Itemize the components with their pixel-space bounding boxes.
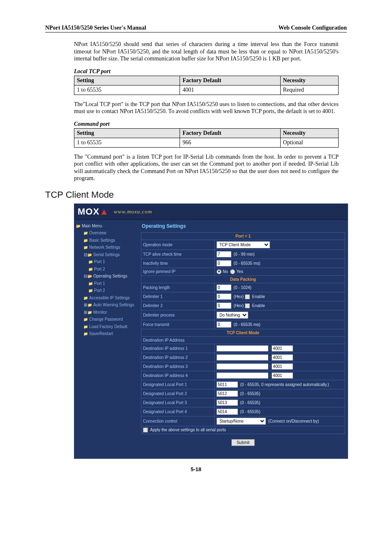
inactivity-time-input[interactable] — [217, 260, 231, 266]
hint-local1: (0 - 65535, 0 represents assigned automa… — [240, 382, 329, 387]
page-number: 5-18 — [45, 466, 347, 472]
force-transmit-input[interactable] — [217, 321, 231, 328]
hint-inactivity: (0 - 65535 ms) — [234, 261, 261, 266]
label-enable: Enable — [252, 294, 265, 299]
label-local-port-3: Designated Local Port 3 — [141, 398, 215, 407]
label-dest-ip-2: Destination IP address 2 — [141, 353, 215, 362]
delimiter-2-input[interactable] — [217, 303, 231, 309]
label-force-transmit: Force transmit — [141, 320, 215, 329]
cell-default: 966 — [180, 138, 280, 147]
label-dest-ip-1: Destination IP address 1 — [141, 344, 215, 353]
ignore-jammed-yes-radio[interactable] — [230, 269, 235, 274]
local-port-2-input[interactable] — [217, 391, 238, 397]
hint-localrest: (0 - 65535) — [240, 409, 261, 414]
delimiter-2-enable-checkbox[interactable] — [245, 303, 250, 308]
sidebar-item-save-restart[interactable]: Save/Restart — [76, 330, 137, 338]
sidebar-item-network-settings[interactable]: Network Settings — [76, 244, 137, 251]
sidebar-item-operating-port2[interactable]: Port 2 — [76, 287, 137, 294]
label-packing-length: Packing length — [141, 283, 215, 292]
ignore-jammed-no-radio[interactable] — [217, 269, 221, 274]
col-necessity: Necessity — [280, 128, 338, 138]
col-factory-default: Factory Default — [180, 76, 280, 85]
label-connection-control: Connection control — [141, 416, 215, 426]
packing-length-input[interactable] — [217, 284, 231, 291]
cell-default: 4001 — [180, 85, 280, 95]
local-port-4-input[interactable] — [217, 409, 238, 415]
sidebar-item-auto-warning[interactable]: ⊞Auto Warning Settings — [76, 301, 137, 309]
dest-port-4-input[interactable] — [272, 372, 293, 379]
main-panel-title: Operating Settings — [142, 223, 345, 229]
table-row: 1 to 65535 4001 Required — [74, 85, 339, 95]
sidebar-item-serial-port2[interactable]: Port 2 — [76, 266, 137, 273]
sidebar-item-serial-settings[interactable]: ⊟Serial Settings — [76, 251, 137, 259]
label-enable: Enable — [252, 303, 265, 308]
local-port-3-input[interactable] — [217, 400, 238, 406]
sidebar-item-change-password[interactable]: Change Password — [76, 316, 137, 323]
sidebar-item-overview[interactable]: Overview — [76, 229, 137, 237]
hint-conn-ctrl: (Connect on/Disconnect by) — [268, 419, 319, 423]
col-necessity: Necessity — [280, 76, 338, 85]
intro-paragraph: NPort IA5150/5250 should send that serie… — [74, 41, 339, 62]
sidebar-item-operating-port1[interactable]: Port 1 — [76, 280, 137, 287]
sidebar-item-basic-settings[interactable]: Basic Settings — [76, 237, 137, 244]
operation-mode-select[interactable]: TCP Client Mode — [217, 241, 270, 248]
command-port-table: Setting Factory Default Necessity 1 to 6… — [74, 128, 339, 148]
hint-alive: (0 - 99 min) — [234, 252, 255, 257]
section-data-packing: Data Packing — [141, 275, 345, 283]
label-apply-all: Apply the above settings to all serial p… — [150, 428, 226, 432]
local-tcp-port-desc: The"Local TCP port" is the TCP port that… — [74, 101, 339, 115]
colon-sep: : — [270, 373, 271, 378]
dest-ip-1-input[interactable] — [217, 345, 268, 352]
hint-force: (0 - 65535 ms) — [234, 322, 261, 327]
label-local-port-2: Designated Local Port 2 — [141, 389, 215, 398]
label-delimiter-2: Delimiter 2 — [141, 301, 215, 310]
colon-sep: : — [270, 364, 271, 369]
connection-control-select[interactable]: Startup/None — [217, 418, 266, 425]
sidebar-item-operating-settings[interactable]: ⊟Operating Settings — [76, 273, 137, 280]
header-left: NPort IA5150/5250 Series User's Manual — [45, 25, 146, 31]
cell-setting: 1 to 65535 — [74, 85, 180, 95]
label-local-port-4: Designated Local Port 4 — [141, 407, 215, 416]
label-tcp-alive-check: TCP alive check time — [141, 250, 215, 259]
cell-setting: 1 to 65535 — [74, 138, 180, 147]
local-port-1-input[interactable] — [217, 382, 238, 388]
hint-localrest: (0 - 65535) — [240, 400, 261, 405]
colon-sep: : — [270, 355, 271, 360]
dest-port-2-input[interactable] — [272, 354, 293, 361]
tcp-alive-check-input[interactable] — [217, 251, 231, 257]
moxa-url: www.moxa.com — [114, 208, 152, 215]
sidebar-item-accessible-ip[interactable]: Accessible IP Settings — [76, 294, 137, 302]
hint-packing: (0 - 1024) — [234, 285, 251, 290]
table-row: 1 to 65535 966 Optional — [74, 138, 339, 147]
moxa-logo: MOX▲ — [78, 206, 109, 217]
label-ignore-jammed-ip: Ignore jammed IP — [141, 268, 215, 275]
section-port: Port = 1 — [141, 232, 345, 240]
sidebar-main-menu[interactable]: Main Menu — [76, 222, 137, 230]
local-tcp-port-heading: Local TCP port — [74, 68, 347, 75]
radio-label-yes: Yes — [236, 269, 243, 274]
dest-ip-3-input[interactable] — [217, 363, 268, 370]
apply-all-checkbox[interactable] — [143, 428, 148, 432]
sidebar: Main Menu Overview Basic Settings Networ… — [74, 220, 138, 458]
cell-necessity: Optional — [280, 138, 338, 147]
main-panel: Operating Settings Port = 1 Operation mo… — [138, 220, 348, 458]
radio-label-no: No — [223, 269, 228, 274]
command-port-heading: Command port — [74, 121, 347, 127]
tcp-client-mode-heading: TCP Client Mode — [45, 190, 347, 200]
label-local-port-1: Designated Local Port 1 — [141, 380, 215, 389]
colon-sep: : — [270, 346, 271, 351]
sidebar-item-serial-port1[interactable]: Port 1 — [76, 258, 137, 266]
sidebar-item-monitor[interactable]: ⊞Monitor — [76, 309, 137, 316]
delimiter-1-input[interactable] — [217, 294, 231, 300]
sidebar-item-load-factory-default[interactable]: Load Factory Default — [76, 323, 137, 331]
delimiter-process-select[interactable]: Do Nothing — [217, 312, 248, 319]
dest-ip-2-input[interactable] — [217, 354, 268, 361]
page-header: NPort IA5150/5250 Series User's Manual W… — [45, 25, 347, 32]
dest-port-1-input[interactable] — [272, 345, 293, 352]
col-setting: Setting — [74, 128, 180, 138]
dest-ip-4-input[interactable] — [217, 372, 268, 379]
submit-button[interactable]: Submit — [231, 439, 255, 446]
dest-port-3-input[interactable] — [272, 363, 293, 370]
header-right: Web Console Configuration — [279, 25, 347, 31]
delimiter-1-enable-checkbox[interactable] — [245, 294, 250, 299]
